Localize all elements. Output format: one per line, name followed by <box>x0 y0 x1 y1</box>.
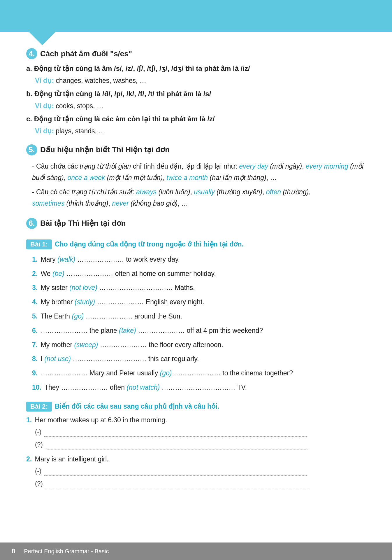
section5-num: 5. <box>26 144 37 155</box>
s5-usually: usually <box>194 188 215 196</box>
bai1-item-6: 6. ………………… the plane (take) ………………… off … <box>32 325 366 336</box>
bai2-sentence-1: 1. Her mother wakes up at 6.30 in the mo… <box>26 416 366 424</box>
s5-onceweek-vi: (một lần một tuần) <box>107 174 163 181</box>
vidu-label-c: Ví dụ: <box>35 127 54 135</box>
section5-header: 5. Dấu hiệu nhận biết Thì Hiện tại đơn <box>26 144 366 155</box>
vidu-text-b: cooks, stops, … <box>56 102 103 110</box>
s5-b1-italic: trạng từ thời gian <box>80 162 131 170</box>
section4-sub-c-example: Ví dụ: plays, stands, … <box>35 126 366 136</box>
bai2-q-2: (?) <box>35 478 366 489</box>
section4-sub-b-example: Ví dụ: cooks, stops, … <box>35 101 366 111</box>
s5-twicemonth-vi: (hai lần một tháng) <box>210 174 266 181</box>
bai2-neg-1-dots <box>44 436 307 437</box>
s5-everymorning: every morning <box>306 162 348 170</box>
bai2-item-2: 2. Mary is an intelligent girl. (-) (?) <box>26 455 366 489</box>
s5-often: often <box>266 188 281 196</box>
bai1-item-8: 8. I (not use) …………………………… this car regu… <box>32 354 366 364</box>
bai1-item-2: 2. We (be) ………………… often at home on summ… <box>32 268 366 279</box>
bai2-neg-2: (-) <box>35 466 366 476</box>
section4-num: 4. <box>26 48 37 59</box>
bai1-item-1: 1. Mary (walk) ………………… to work every day… <box>32 254 366 265</box>
footer-title: Perfect English Grammar - Basic <box>24 548 109 555</box>
bai1-list: 1. Mary (walk) ………………… to work every day… <box>26 254 366 393</box>
s5-b2-italic: trạng từ chỉ tần suất <box>72 188 133 196</box>
section4-header: 4. Cách phát âm đuôi "s/es" <box>26 48 366 59</box>
s5-often-vi: (thường) <box>283 188 309 196</box>
vidu-text-a: changes, watches, washes, … <box>56 77 146 84</box>
bai2-q-1: (?) <box>35 439 366 450</box>
section5-bullet1: - Câu chứa các trạng từ thời gian chỉ tí… <box>26 161 366 183</box>
footer-page: 8 <box>12 547 15 555</box>
footer: 8 Perfect English Grammar - Basic <box>0 542 392 560</box>
bai2-neg-1: (-) <box>35 426 366 437</box>
s5-never: never <box>112 200 129 207</box>
bai2-item-1: 1. Her mother wakes up at 6.30 in the mo… <box>26 416 366 450</box>
s5-usually-vi: (thường xuyên) <box>217 188 262 196</box>
s5-sometimes-vi: (thỉnh thoảng) <box>66 200 108 207</box>
s5-twicemonth: twice a month <box>166 174 208 181</box>
s5-never-vi: (không bao giờ) <box>131 200 177 207</box>
bai1-instruction: Cho dạng đúng của động từ trong ngoặc ở … <box>55 240 244 248</box>
section4-sub-a-example: Ví dụ: changes, watches, washes, … <box>35 76 366 86</box>
bai1-item-7: 7. My mother (sweep) ………………… the floor e… <box>32 340 366 350</box>
bai1-item-9: 9. ………………… Mary and Peter usually (go) …… <box>32 368 366 379</box>
bai1-item-5: 5. The Earth (go) ………………… around the Sun… <box>32 311 366 322</box>
bai1-item-4: 4. My brother (study) ………………… English ev… <box>32 297 366 307</box>
bai2-neg-2-dots <box>44 475 307 476</box>
section4-sub-a: a. Động từ tận cùng là âm /s/, /z/, /ʃ/,… <box>26 64 366 73</box>
section4-sub-c: c. Động từ tận cùng là các âm còn lại th… <box>26 115 366 123</box>
s5-everyday-vi: (mỗi ngày) <box>270 162 302 170</box>
bai2-label: Bài 2: Biến đổi các câu sau sang câu phủ… <box>26 402 219 412</box>
section6-num: 6. <box>26 218 37 229</box>
s5-always-vi: (luôn luôn) <box>159 188 190 196</box>
vidu-label-b: Ví dụ: <box>35 102 54 110</box>
s5-sometimes: sometimes <box>32 200 64 207</box>
section4-title: Cách phát âm đuôi "s/es" <box>40 49 132 58</box>
bai2-num: Bài 2: <box>26 402 52 412</box>
s5-everyday: every day <box>239 162 268 170</box>
section6-title: Bài tập Thì Hiện tại đơn <box>40 219 126 228</box>
bai2-q-1-dots <box>46 449 308 449</box>
vidu-label-a: Ví dụ: <box>35 77 54 84</box>
bai1-num: Bài 1: <box>26 239 52 249</box>
s5-onceweek: once a week <box>67 174 105 181</box>
section6-header: 6. Bài tập Thì Hiện tại đơn <box>26 218 366 229</box>
bai2-sentence-2: 2. Mary is an intelligent girl. <box>26 455 366 463</box>
bai2-q-2-dots <box>46 488 308 488</box>
section4-sub-b: b. Động từ tận cùng là /ð/, /p/, /k/, /f… <box>26 90 366 98</box>
vidu-text-c: plays, stands, … <box>56 127 105 135</box>
section5-title: Dấu hiệu nhận biết Thì Hiện tại đơn <box>40 145 170 154</box>
bai1-label: Bài 1: Cho dạng đúng của động từ trong n… <box>26 239 244 249</box>
bai2-instruction: Biến đổi các câu sau sang câu phủ định v… <box>55 402 219 410</box>
section5-bullet2: - Câu có các trạng từ chỉ tần suất: alwa… <box>26 186 366 209</box>
bai1-item-3: 3. My sister (not love) …………………………… Math… <box>32 282 366 293</box>
s5-always: always <box>136 188 157 196</box>
bai1-item-10: 10. They ………………… often (not watch) ……………… <box>32 382 366 393</box>
